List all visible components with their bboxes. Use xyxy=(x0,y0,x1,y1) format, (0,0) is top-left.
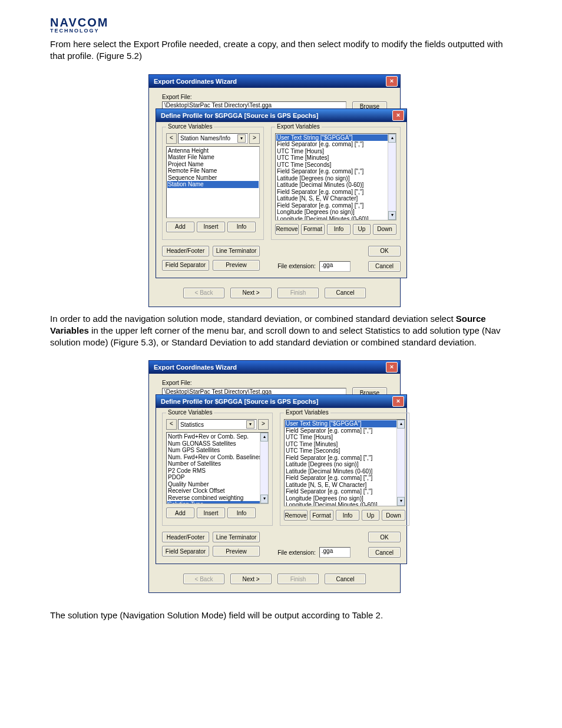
list-item[interactable]: User Text String ["$GPGGA"] xyxy=(285,420,396,427)
info-button[interactable]: Info xyxy=(336,510,359,521)
insert-button[interactable]: Insert xyxy=(197,222,225,232)
list-item[interactable]: North Fwd+Rev or Comb. Sep. xyxy=(167,433,260,440)
remove-button[interactable]: Remove xyxy=(275,224,299,235)
list-item[interactable]: Quality Number xyxy=(167,481,260,488)
scroll-up-icon[interactable]: ▴ xyxy=(260,433,268,442)
down-button[interactable]: Down xyxy=(373,224,396,235)
add-button[interactable]: Add xyxy=(166,222,194,232)
list-item[interactable]: Field Separator [e.g. comma] [","] xyxy=(285,454,396,462)
scroll-up-icon[interactable]: ▴ xyxy=(388,134,396,143)
list-item[interactable]: Latitude [Decimal Minutes (0-60)] xyxy=(285,468,396,475)
list-item[interactable]: UTC Time [Hours] xyxy=(285,434,396,441)
source-variables-listbox[interactable]: North Fwd+Rev or Comb. Sep.Num GLONASS S… xyxy=(166,432,269,504)
list-item[interactable]: Project Name xyxy=(167,161,259,168)
list-item[interactable]: Latitude [Degrees (no sign)] xyxy=(285,461,396,468)
up-button[interactable]: Up xyxy=(353,224,371,235)
add-button[interactable]: Add xyxy=(166,508,194,518)
list-item[interactable]: Longitude [Degrees (no sign)] xyxy=(285,495,396,502)
info-button[interactable]: Info xyxy=(227,222,256,232)
scroll-down-icon[interactable]: ▾ xyxy=(388,211,396,220)
finish-button[interactable]: Finish xyxy=(277,288,319,298)
next-category-button[interactable]: > xyxy=(258,419,269,430)
scroll-up-icon[interactable]: ▴ xyxy=(397,420,405,429)
remove-button[interactable]: Remove xyxy=(284,510,308,521)
list-item[interactable]: PDOP xyxy=(167,474,260,481)
list-item[interactable]: Longitude [Decimal Minutes (0-60)] xyxy=(285,502,396,506)
list-item[interactable]: Master File Name xyxy=(167,154,259,161)
ok-button[interactable]: OK xyxy=(368,246,401,256)
export-variables-listbox[interactable]: User Text String ["$GPGGA"]Field Separat… xyxy=(275,133,396,220)
list-item[interactable]: Field Separator [e.g. comma] [","] xyxy=(276,189,388,196)
preview-button[interactable]: Preview xyxy=(213,546,260,556)
list-item[interactable]: Field Separator [e.g. comma] [","] xyxy=(276,202,388,209)
list-item[interactable]: Receiver Clock Offset xyxy=(167,487,260,495)
down-button[interactable]: Down xyxy=(382,510,405,521)
list-item[interactable]: Remote File Name xyxy=(167,167,259,174)
list-item[interactable]: Field Separator [e.g. comma] [","] xyxy=(285,427,396,434)
scrollbar[interactable]: ▴ ▾ xyxy=(260,433,268,503)
export-variables-listbox[interactable]: User Text String ["$GPGGA"]Field Separat… xyxy=(284,419,405,506)
define-cancel-button[interactable]: Cancel xyxy=(368,547,401,558)
scroll-down-icon[interactable]: ▾ xyxy=(260,495,268,503)
format-button[interactable]: Format xyxy=(301,224,325,235)
list-item[interactable]: UTC Time [Seconds] xyxy=(285,447,396,454)
preview-button[interactable]: Preview xyxy=(213,260,260,271)
scrollbar[interactable]: ▴ ▾ xyxy=(388,134,396,220)
cancel-button[interactable]: Cancel xyxy=(325,574,366,584)
source-variables-listbox[interactable]: Antenna HeightMaster File NameProject Na… xyxy=(166,146,260,218)
ok-button[interactable]: OK xyxy=(368,532,401,542)
format-button[interactable]: Format xyxy=(310,510,333,521)
list-item[interactable]: Solution Type xyxy=(167,501,260,504)
list-item[interactable]: Field Separator [e.g. comma] [","] xyxy=(276,168,388,175)
list-item[interactable]: Num GPS Satellites xyxy=(167,447,260,454)
next-category-button[interactable]: > xyxy=(249,133,260,144)
back-button[interactable]: < Back xyxy=(183,288,224,298)
file-extension-input[interactable]: .gga xyxy=(319,261,351,272)
list-item[interactable]: UTC Time [Minutes] xyxy=(276,154,388,162)
line-terminator-button[interactable]: Line Terminator xyxy=(213,246,260,256)
list-item[interactable]: Number of Satellites xyxy=(167,460,260,467)
list-item[interactable]: Antenna Height xyxy=(167,147,259,154)
header-footer-button[interactable]: Header/Footer xyxy=(162,532,209,542)
line-terminator-button[interactable]: Line Terminator xyxy=(213,532,260,542)
list-item[interactable]: UTC Time [Minutes] xyxy=(285,441,396,448)
file-extension-input[interactable]: .gga xyxy=(319,547,351,558)
list-item[interactable]: User Text String ["$GPGGA"] xyxy=(276,134,388,141)
scrollbar[interactable]: ▴ ▾ xyxy=(396,420,405,506)
next-button[interactable]: Next > xyxy=(230,574,272,584)
cancel-button[interactable]: Cancel xyxy=(325,288,366,298)
list-item[interactable]: Num GLONASS Satellites xyxy=(167,440,260,447)
close-icon[interactable]: × xyxy=(386,362,398,373)
info-button[interactable]: Info xyxy=(227,508,256,518)
close-icon[interactable]: × xyxy=(392,396,404,407)
list-item[interactable]: P2 Code RMS xyxy=(167,467,260,475)
list-item[interactable]: Longitude [Decimal Minutes (0-60)] xyxy=(276,216,388,220)
list-item[interactable]: Field Separator [e.g. comma] [","] xyxy=(276,141,388,148)
info-button[interactable]: Info xyxy=(327,224,351,235)
field-separator-button[interactable]: Field Separator xyxy=(162,546,209,556)
define-cancel-button[interactable]: Cancel xyxy=(368,261,401,272)
insert-button[interactable]: Insert xyxy=(197,508,225,518)
list-item[interactable]: Latitude [N, S, E, W Character] xyxy=(285,482,396,489)
next-button[interactable]: Next > xyxy=(230,288,272,298)
source-category-dropdown[interactable]: Station Names/Info ▾ xyxy=(178,133,248,144)
list-item[interactable]: Field Separator [e.g. comma] [","] xyxy=(285,488,396,495)
list-item[interactable]: Sequence Number xyxy=(167,174,259,182)
list-item[interactable]: Latitude [Decimal Minutes (0-60)] xyxy=(276,182,388,189)
header-footer-button[interactable]: Header/Footer xyxy=(162,246,209,256)
back-button[interactable]: < Back xyxy=(183,574,224,584)
close-icon[interactable]: × xyxy=(392,110,404,121)
prev-category-button[interactable]: < xyxy=(166,133,177,144)
list-item[interactable]: Reverse combined weighting xyxy=(167,495,260,502)
list-item[interactable]: UTC Time [Seconds] xyxy=(276,162,388,169)
list-item[interactable]: UTC Time [Hours] xyxy=(276,148,388,155)
list-item[interactable]: Latitude [N, S, E, W Character] xyxy=(276,195,388,202)
close-icon[interactable]: × xyxy=(386,76,398,87)
source-category-dropdown[interactable]: Statistics ▾ xyxy=(178,419,257,430)
field-separator-button[interactable]: Field Separator xyxy=(162,260,209,271)
list-item[interactable]: Num. Fwd+Rev or Comb. Baselines xyxy=(167,454,260,461)
prev-category-button[interactable]: < xyxy=(166,419,177,430)
list-item[interactable]: Longitude [Degrees (no sign)] xyxy=(276,209,388,216)
up-button[interactable]: Up xyxy=(362,510,379,521)
scroll-down-icon[interactable]: ▾ xyxy=(397,497,405,506)
